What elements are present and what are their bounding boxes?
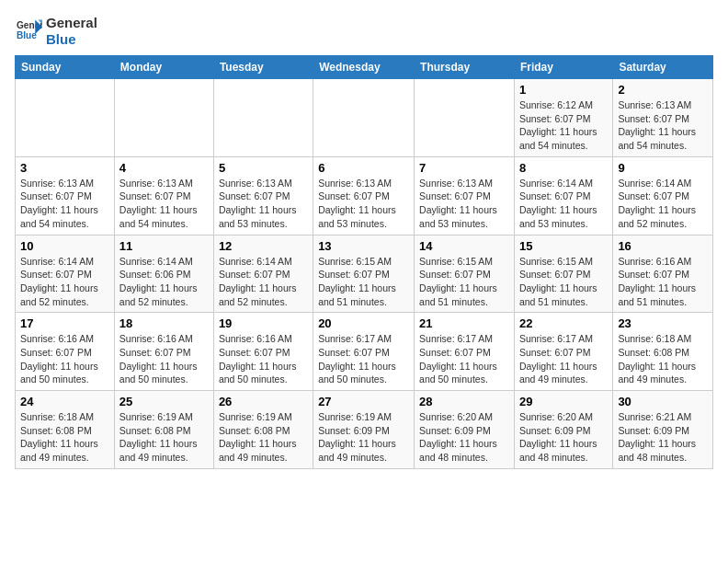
day-info: Sunrise: 6:17 AM Sunset: 6:07 PM Dayligh… <box>318 332 409 386</box>
day-info: Sunrise: 6:15 AM Sunset: 6:07 PM Dayligh… <box>419 255 509 309</box>
day-info: Sunrise: 6:20 AM Sunset: 6:09 PM Dayligh… <box>519 410 608 465</box>
day-cell: 6Sunrise: 6:13 AM Sunset: 6:07 PM Daylig… <box>313 156 415 235</box>
week-row-2: 3Sunrise: 6:13 AM Sunset: 6:07 PM Daylig… <box>16 156 713 235</box>
day-number: 12 <box>219 239 308 253</box>
day-info: Sunrise: 6:15 AM Sunset: 6:07 PM Dayligh… <box>318 255 409 309</box>
day-cell: 10Sunrise: 6:14 AM Sunset: 6:07 PM Dayli… <box>16 235 115 313</box>
day-number: 30 <box>618 395 708 408</box>
day-cell: 9Sunrise: 6:14 AM Sunset: 6:07 PM Daylig… <box>613 156 713 235</box>
day-number: 14 <box>419 239 509 253</box>
day-info: Sunrise: 6:19 AM Sunset: 6:08 PM Dayligh… <box>119 410 209 465</box>
weekday-header-sunday: Sunday <box>16 56 115 79</box>
day-cell <box>415 79 515 157</box>
weekday-header-friday: Friday <box>514 56 612 79</box>
day-cell <box>213 79 313 157</box>
day-info: Sunrise: 6:13 AM Sunset: 6:07 PM Dayligh… <box>419 177 509 231</box>
weekday-header-row: SundayMondayTuesdayWednesdayThursdayFrid… <box>16 56 713 79</box>
day-info: Sunrise: 6:18 AM Sunset: 6:08 PM Dayligh… <box>618 332 708 386</box>
day-cell: 30Sunrise: 6:21 AM Sunset: 6:09 PM Dayli… <box>613 391 713 469</box>
day-number: 11 <box>119 239 209 253</box>
day-cell: 1Sunrise: 6:12 AM Sunset: 6:07 PM Daylig… <box>514 79 612 157</box>
day-number: 28 <box>419 395 509 408</box>
day-info: Sunrise: 6:16 AM Sunset: 6:07 PM Dayligh… <box>20 332 109 386</box>
day-info: Sunrise: 6:16 AM Sunset: 6:07 PM Dayligh… <box>618 255 708 309</box>
week-row-4: 17Sunrise: 6:16 AM Sunset: 6:07 PM Dayli… <box>16 313 713 391</box>
day-number: 10 <box>20 239 109 253</box>
day-info: Sunrise: 6:14 AM Sunset: 6:07 PM Dayligh… <box>519 177 608 231</box>
day-cell: 25Sunrise: 6:19 AM Sunset: 6:08 PM Dayli… <box>114 391 213 469</box>
day-number: 24 <box>20 395 109 408</box>
day-cell: 23Sunrise: 6:18 AM Sunset: 6:08 PM Dayli… <box>613 313 713 391</box>
day-info: Sunrise: 6:14 AM Sunset: 6:07 PM Dayligh… <box>219 255 308 309</box>
day-info: Sunrise: 6:13 AM Sunset: 6:07 PM Dayligh… <box>219 177 308 231</box>
day-info: Sunrise: 6:18 AM Sunset: 6:08 PM Dayligh… <box>20 410 109 465</box>
weekday-header-saturday: Saturday <box>613 56 713 79</box>
day-number: 21 <box>419 316 509 330</box>
day-cell: 4Sunrise: 6:13 AM Sunset: 6:07 PM Daylig… <box>114 156 213 235</box>
day-info: Sunrise: 6:21 AM Sunset: 6:09 PM Dayligh… <box>618 410 708 465</box>
day-cell: 16Sunrise: 6:16 AM Sunset: 6:07 PM Dayli… <box>613 235 713 313</box>
day-cell: 7Sunrise: 6:13 AM Sunset: 6:07 PM Daylig… <box>415 156 515 235</box>
day-info: Sunrise: 6:13 AM Sunset: 6:07 PM Dayligh… <box>618 98 708 153</box>
day-info: Sunrise: 6:13 AM Sunset: 6:07 PM Dayligh… <box>20 177 109 231</box>
day-number: 13 <box>318 239 409 253</box>
day-cell <box>313 79 415 157</box>
day-number: 23 <box>618 316 708 330</box>
weekday-header-thursday: Thursday <box>415 56 515 79</box>
day-number: 20 <box>318 316 409 330</box>
day-info: Sunrise: 6:12 AM Sunset: 6:07 PM Dayligh… <box>519 98 608 153</box>
week-row-3: 10Sunrise: 6:14 AM Sunset: 6:07 PM Dayli… <box>16 235 713 313</box>
day-info: Sunrise: 6:13 AM Sunset: 6:07 PM Dayligh… <box>119 177 209 231</box>
day-number: 17 <box>20 316 109 330</box>
day-info: Sunrise: 6:13 AM Sunset: 6:07 PM Dayligh… <box>318 177 409 231</box>
day-cell: 18Sunrise: 6:16 AM Sunset: 6:07 PM Dayli… <box>114 313 213 391</box>
day-number: 22 <box>519 316 608 330</box>
day-number: 6 <box>318 161 409 175</box>
week-row-5: 24Sunrise: 6:18 AM Sunset: 6:08 PM Dayli… <box>16 391 713 469</box>
weekday-header-wednesday: Wednesday <box>313 56 415 79</box>
day-info: Sunrise: 6:15 AM Sunset: 6:07 PM Dayligh… <box>519 255 608 309</box>
day-number: 4 <box>119 161 209 175</box>
day-cell: 11Sunrise: 6:14 AM Sunset: 6:06 PM Dayli… <box>114 235 213 313</box>
day-info: Sunrise: 6:19 AM Sunset: 6:08 PM Dayligh… <box>219 410 308 465</box>
day-cell: 3Sunrise: 6:13 AM Sunset: 6:07 PM Daylig… <box>16 156 115 235</box>
day-number: 1 <box>519 83 608 97</box>
day-number: 15 <box>519 239 608 253</box>
day-cell: 27Sunrise: 6:19 AM Sunset: 6:09 PM Dayli… <box>313 391 415 469</box>
day-cell: 19Sunrise: 6:16 AM Sunset: 6:07 PM Dayli… <box>213 313 313 391</box>
day-cell <box>16 79 115 157</box>
day-info: Sunrise: 6:14 AM Sunset: 6:07 PM Dayligh… <box>20 255 109 309</box>
day-number: 25 <box>119 395 209 408</box>
day-info: Sunrise: 6:20 AM Sunset: 6:09 PM Dayligh… <box>419 410 509 465</box>
day-cell: 20Sunrise: 6:17 AM Sunset: 6:07 PM Dayli… <box>313 313 415 391</box>
day-info: Sunrise: 6:17 AM Sunset: 6:07 PM Dayligh… <box>519 332 608 386</box>
day-cell: 28Sunrise: 6:20 AM Sunset: 6:09 PM Dayli… <box>415 391 515 469</box>
day-cell: 12Sunrise: 6:14 AM Sunset: 6:07 PM Dayli… <box>213 235 313 313</box>
logo-icon: General Blue <box>17 18 42 44</box>
day-info: Sunrise: 6:17 AM Sunset: 6:07 PM Dayligh… <box>419 332 509 386</box>
day-cell <box>114 79 213 157</box>
weekday-header-tuesday: Tuesday <box>213 56 313 79</box>
day-number: 18 <box>119 316 209 330</box>
day-cell: 5Sunrise: 6:13 AM Sunset: 6:07 PM Daylig… <box>213 156 313 235</box>
day-cell: 26Sunrise: 6:19 AM Sunset: 6:08 PM Dayli… <box>213 391 313 469</box>
day-number: 5 <box>219 161 308 175</box>
day-number: 7 <box>419 161 509 175</box>
day-cell: 22Sunrise: 6:17 AM Sunset: 6:07 PM Dayli… <box>514 313 612 391</box>
day-number: 9 <box>618 161 708 175</box>
day-cell: 13Sunrise: 6:15 AM Sunset: 6:07 PM Dayli… <box>313 235 415 313</box>
day-number: 8 <box>519 161 608 175</box>
day-number: 2 <box>618 83 708 97</box>
day-cell: 15Sunrise: 6:15 AM Sunset: 6:07 PM Dayli… <box>514 235 612 313</box>
week-row-1: 1Sunrise: 6:12 AM Sunset: 6:07 PM Daylig… <box>16 79 713 157</box>
day-number: 19 <box>219 316 308 330</box>
svg-text:Blue: Blue <box>17 30 37 40</box>
day-cell: 2Sunrise: 6:13 AM Sunset: 6:07 PM Daylig… <box>613 79 713 157</box>
day-info: Sunrise: 6:16 AM Sunset: 6:07 PM Dayligh… <box>219 332 308 386</box>
weekday-header-monday: Monday <box>114 56 213 79</box>
day-cell: 17Sunrise: 6:16 AM Sunset: 6:07 PM Dayli… <box>16 313 115 391</box>
day-cell: 21Sunrise: 6:17 AM Sunset: 6:07 PM Dayli… <box>415 313 515 391</box>
day-cell: 14Sunrise: 6:15 AM Sunset: 6:07 PM Dayli… <box>415 235 515 313</box>
day-number: 27 <box>318 395 409 408</box>
day-info: Sunrise: 6:14 AM Sunset: 6:07 PM Dayligh… <box>618 177 708 231</box>
